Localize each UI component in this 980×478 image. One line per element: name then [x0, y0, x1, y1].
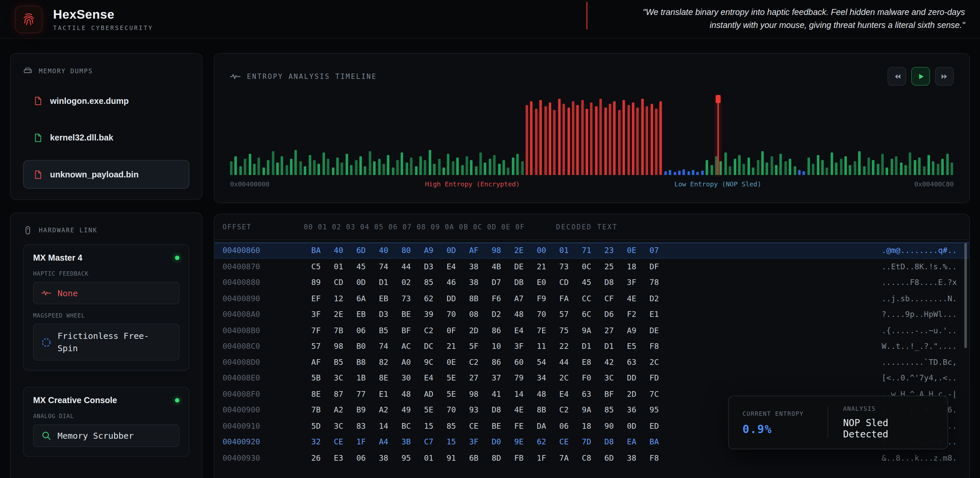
entropy-bar [253, 164, 256, 175]
entropy-bar [877, 164, 880, 175]
decoded-column-header: DECODED TEXT [556, 223, 617, 231]
hex-decoded: ......F8....E.?x [659, 277, 957, 287]
device-card-mx-master: MX Master 4 HAPTIC FEEDBACK None MAGSPEE… [23, 244, 189, 370]
rewind-button[interactable] [888, 67, 906, 86]
hardware-link-title: HARDWARE LINK [39, 227, 97, 234]
entropy-bar [720, 161, 722, 175]
hex-bytes: 3F 2E EB D3 BE 39 70 08 D2 48 70 57 6C D… [304, 309, 659, 319]
entropy-bar [895, 156, 898, 175]
hex-row[interactable]: 0040088089 CD 0D D1 02 85 46 38 D7 DB E0… [215, 274, 969, 290]
entropy-bar [849, 165, 851, 175]
entropy-bar [396, 160, 399, 175]
entropy-bar [470, 160, 473, 175]
entropy-bar [581, 100, 584, 175]
hardware-link-panel: HARDWARE LINK MX Master 4 HAPTIC FEEDBAC… [10, 212, 202, 478]
entropy-bar [239, 166, 242, 175]
entropy-bar [614, 101, 616, 175]
entropy-bar [590, 102, 593, 175]
file-icon [33, 133, 43, 142]
entropy-bar [327, 159, 329, 175]
entropy-bar [696, 172, 699, 175]
entropy-bar [369, 151, 371, 175]
entropy-bar [267, 160, 270, 175]
entropy-bar [951, 163, 953, 175]
entropy-bar [789, 159, 792, 175]
hex-offset: 00400930 [222, 453, 304, 462]
analog-dial-control[interactable]: Memory Scrubber [33, 424, 180, 447]
entropy-bar [757, 160, 759, 175]
hex-scrollbar-thumb[interactable] [964, 243, 967, 348]
entropy-chart[interactable] [230, 98, 954, 175]
entropy-bar [313, 160, 316, 175]
play-button[interactable] [911, 67, 930, 86]
entropy-bar [609, 104, 611, 175]
entropy-bar [618, 110, 621, 175]
hex-bytes: 5B 3C 1B 8E 30 E4 5E 27 37 79 34 2C F0 3… [304, 373, 659, 382]
entropy-bar [844, 156, 847, 175]
entropy-bar [585, 109, 588, 175]
device-card-creative-console: MX Creative Console ANALOG DIAL Memory S… [23, 387, 189, 457]
hex-row[interactable]: 004008C057 98 B0 74 AC DC 21 5F 10 3F 11… [215, 338, 969, 354]
entropy-bar [669, 170, 671, 175]
entropy-bar [442, 167, 445, 175]
hex-row[interactable]: 004008A03F 2E EB D3 BE 39 70 08 D2 48 70… [215, 306, 969, 322]
entropy-bar [382, 164, 385, 175]
hex-row[interactable]: 00400860BA 40 6D 40 80 A9 0D AF 98 2E 00… [215, 242, 969, 258]
entropy-bar [784, 161, 787, 175]
hex-row[interactable]: 00400890EF 12 6A EB 73 62 DD 8B F6 A7 F9… [215, 290, 969, 306]
status-dot [175, 398, 180, 402]
entropy-bar [738, 155, 741, 175]
file-item-winlogon[interactable]: winlogon.exe.dump [23, 86, 189, 115]
entropy-bar [673, 172, 676, 175]
entropy-bar [230, 161, 233, 175]
entropy-bar [322, 153, 325, 175]
entropy-bar [508, 167, 510, 175]
hex-offset: 00400900 [222, 405, 304, 414]
entropy-bar [821, 160, 824, 175]
magspeed-wheel-control[interactable]: Frictionless Free-Spin [33, 324, 180, 361]
entropy-timeline-panel: ENTROPY ANALYSIS TIMELINE [214, 53, 970, 203]
fast-forward-button[interactable] [935, 67, 954, 86]
file-item-unknown-payload[interactable]: unknown_payload.bin [23, 160, 189, 189]
entropy-bar [433, 164, 436, 175]
hex-bytes: 8E 87 77 E1 48 AD 5E 98 41 14 48 E4 63 B… [304, 389, 659, 398]
hardware-link-header: HARDWARE LINK [23, 226, 189, 235]
entropy-bar [941, 159, 944, 175]
entropy-bar [743, 164, 745, 175]
entropy-bar [687, 171, 690, 175]
overlay-divider [827, 407, 828, 438]
quote-divider [586, 2, 587, 30]
hex-bytes: BA 40 6D 40 80 A9 0D AF 98 2E 00 01 71 2… [304, 245, 659, 255]
entropy-bar [641, 99, 644, 175]
entropy-bar [262, 167, 265, 175]
hex-row[interactable]: 004008E05B 3C 1B 8E 30 E4 5E 27 37 79 34… [215, 370, 969, 386]
entropy-bar [378, 159, 380, 175]
device-name: MX Master 4 [33, 253, 83, 262]
entropy-bar [248, 154, 251, 175]
entropy-bar [923, 166, 925, 175]
entropy-bar [401, 153, 403, 175]
search-icon [41, 431, 51, 441]
playhead[interactable] [718, 95, 719, 175]
hex-bytes: 7F 7B 06 B5 BF C2 0F 2D 86 E4 7E 75 9A 2… [304, 325, 659, 335]
haptic-feedback-control[interactable]: None [33, 282, 180, 304]
hex-row[interactable]: 004008D0AF B5 B8 82 A0 9C 0E C2 86 60 54… [215, 354, 969, 370]
entropy-bar [475, 166, 477, 175]
entropy-bar [258, 158, 260, 175]
hex-offset: 00400860 [222, 245, 304, 255]
entropy-bar [387, 155, 390, 175]
file-name: kernel32.dll.bak [50, 133, 113, 142]
entropy-bar [488, 159, 492, 175]
entropy-bar [678, 171, 681, 175]
hex-row[interactable]: 00400870C5 01 45 74 44 D3 E4 38 4B DE 21… [215, 258, 969, 274]
hex-offset: 004008C0 [222, 341, 304, 351]
entropy-bar [572, 101, 574, 175]
entropy-bar [392, 167, 395, 175]
entropy-bar [655, 109, 658, 175]
entropy-bar [461, 165, 464, 175]
file-item-kernel32[interactable]: kernel32.dll.bak [23, 123, 189, 152]
entropy-bars [230, 98, 954, 175]
hex-row[interactable]: 004008B07F 7B 06 B5 BF C2 0F 2D 86 E4 7E… [215, 322, 969, 338]
entropy-bar [350, 165, 353, 175]
hex-row[interactable]: 0040093026 E3 06 38 95 01 91 6B 8D FB 1F… [215, 450, 969, 466]
